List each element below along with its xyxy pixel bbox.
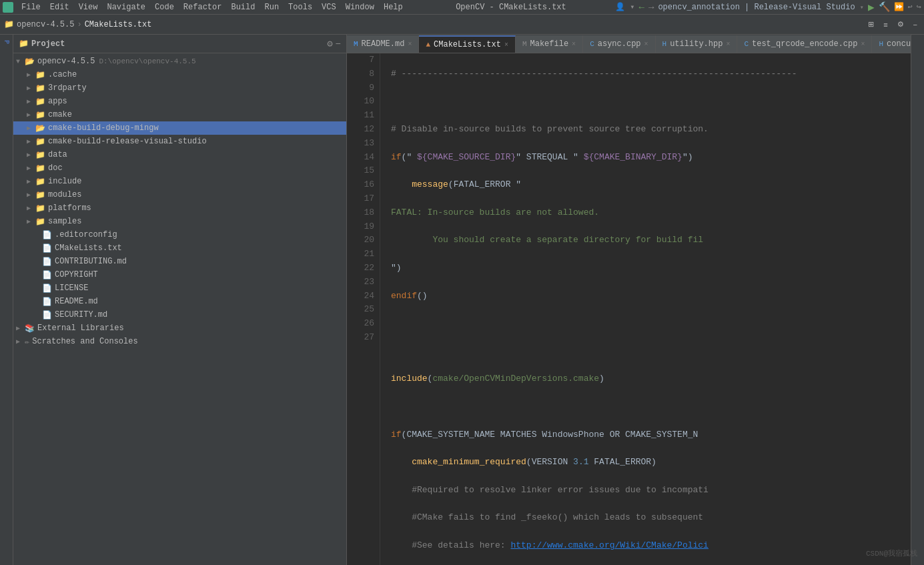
build-button[interactable]: 🔨 (879, 1, 890, 13)
tab-concurrence[interactable]: H concurrence.h × (872, 35, 911, 53)
menu-run[interactable]: Run (260, 1, 283, 13)
tree-item-modules[interactable]: ▶ 📁 modules (13, 188, 346, 201)
tree-item-license[interactable]: ▶ 📄 LICENSE (13, 281, 346, 295)
run-button[interactable]: ▶ (868, 1, 875, 14)
menu-view[interactable]: View (75, 1, 102, 13)
line-num-14: 14 (358, 151, 374, 165)
tree-item-editorconfig[interactable]: ▶ 📄 .editorconfig (13, 228, 346, 241)
tab-concurrence-icon: H (879, 40, 883, 48)
modules-label: modules (48, 190, 81, 199)
scratches-arrow: ▶ (16, 338, 23, 346)
sidebar-collapse-icon[interactable]: − (336, 39, 341, 49)
window-title: OpenCV - CMakeLists.txt (407, 3, 615, 12)
tree-item-copyright[interactable]: ▶ 📄 COPYRIGHT (13, 268, 346, 281)
root-path: D:\opencv\opencv-4.5.5 (99, 57, 195, 65)
line-num-21: 21 (358, 247, 374, 261)
undo-button[interactable]: ↩ (908, 2, 913, 12)
tab-test-qrcode[interactable]: C test_qrcode_encode.cpp × (737, 35, 872, 53)
nav-forward-icon[interactable]: → (648, 2, 654, 13)
menu-tools[interactable]: Tools (284, 1, 316, 13)
tree-item-data[interactable]: ▶ 📁 data (13, 148, 346, 161)
contributing-label: CONTRIBUTING.md (55, 257, 127, 266)
menu-window[interactable]: Window (342, 1, 378, 13)
tree-item-cmakelists[interactable]: ▶ 📄 CMakeLists.txt (13, 241, 346, 255)
tree-item-include[interactable]: ▶ 📁 include (13, 175, 346, 188)
tree-item-security[interactable]: ▶ 📄 SECURITY.md (13, 308, 346, 322)
tree-item-readme[interactable]: ▶ 📄 README.md (13, 295, 346, 308)
file-tree: ▼ 📂 opencv-4.5.5 D:\opencv\opencv-4.5.5 … (13, 53, 346, 565)
redo-button[interactable]: ↪ (917, 2, 921, 12)
menu-navigate[interactable]: Navigate (103, 1, 149, 13)
tree-item-apps[interactable]: ▶ 📁 apps (13, 95, 346, 108)
tab-utility[interactable]: H utility.hpp × (656, 35, 738, 53)
line-num-11: 11 (358, 109, 374, 123)
tab-async-icon: C (590, 40, 594, 48)
tab-makefile-close[interactable]: × (572, 41, 576, 48)
line-num-7: 7 (358, 53, 374, 67)
tree-root[interactable]: ▼ 📂 opencv-4.5.5 D:\opencv\opencv-4.5.5 (13, 55, 346, 68)
left-tab-project[interactable]: P (1, 37, 11, 47)
tab-readme[interactable]: M README.md × (347, 35, 419, 53)
tree-item-build-release[interactable]: ▶ 📁 cmake-build-release-visual-studio (13, 135, 346, 148)
code-content[interactable]: # --------------------------------------… (380, 53, 911, 565)
sidebar-settings-icon[interactable]: ⚙ (327, 38, 332, 49)
tab-readme-label: README.md (362, 39, 405, 49)
tree-item-3rdparty[interactable]: ▶ 📁 3rdparty (13, 81, 346, 95)
menu-refactor[interactable]: Refactor (179, 1, 226, 13)
code-line-16 (391, 317, 911, 331)
editor: M README.md × ▲ CMakeLists.txt × M Makef… (347, 35, 911, 565)
run-config[interactable]: opencv_annotation | Release-Visual Studi… (658, 3, 863, 12)
menu-file[interactable]: File (17, 1, 45, 13)
root-label: opencv-4.5.5 (37, 57, 95, 66)
debug-button[interactable]: ⏩ (894, 2, 904, 12)
tree-item-scratches[interactable]: ▶ ✏️ Scratches and Consoles (13, 335, 346, 348)
cmake-arrow: ▶ (27, 111, 33, 119)
tab-utility-icon: H (662, 40, 667, 48)
expand-all-button[interactable]: ⊞ (865, 19, 877, 30)
doc-arrow: ▶ (27, 164, 33, 172)
tree-item-samples[interactable]: ▶ 📁 samples (13, 215, 346, 228)
apps-label: apps (48, 97, 67, 106)
menu-build[interactable]: Build (227, 1, 259, 13)
tree-item-doc[interactable]: ▶ 📁 doc (13, 161, 346, 175)
code-line-11: message(FATAL_ERROR " (391, 178, 911, 192)
tab-utility-close[interactable]: × (726, 41, 730, 48)
menu-items: File Edit View Navigate Code Refactor Bu… (17, 1, 407, 13)
menu-help[interactable]: Help (380, 1, 407, 13)
line-num-24: 24 (358, 290, 374, 304)
tab-cmakelists-close[interactable]: × (504, 41, 508, 49)
tree-item-external-libs[interactable]: ▶ 📚 External Libraries (13, 322, 346, 335)
editorconfig-icon: 📄 (42, 230, 52, 240)
tab-makefile[interactable]: M Makefile × (516, 35, 583, 53)
tab-cmakelists-label: CMakeLists.txt (434, 40, 501, 49)
settings-button[interactable]: ⚙ (895, 19, 907, 30)
code-line-8 (391, 95, 911, 109)
tree-item-contributing[interactable]: ▶ 📄 CONTRIBUTING.md (13, 255, 346, 268)
menu-edit[interactable]: Edit (46, 1, 73, 13)
tree-item-cmake[interactable]: ▶ 📁 cmake (13, 108, 346, 121)
samples-arrow: ▶ (27, 217, 33, 225)
tab-async-close[interactable]: × (644, 41, 648, 48)
platforms-arrow: ▶ (27, 204, 33, 212)
scratches-label: Scratches and Consoles (32, 337, 137, 346)
nav-back-icon[interactable]: ← (639, 2, 644, 13)
right-panel-tab (911, 35, 924, 565)
close-panel-button[interactable]: − (911, 19, 920, 30)
tree-item-cache[interactable]: ▶ 📁 .cache (13, 68, 346, 81)
tab-cmakelists[interactable]: ▲ CMakeLists.txt × (419, 35, 515, 53)
code-area[interactable]: 7 8 9 10 11 12 13 14 15 16 17 18 19 20 2… (347, 53, 911, 565)
build-debug-arrow: ▶ (27, 124, 33, 132)
tab-async[interactable]: C async.cpp × (583, 35, 655, 53)
tab-test-qrcode-close[interactable]: × (861, 41, 865, 48)
build-release-label: cmake-build-release-visual-studio (48, 137, 207, 146)
menu-vcs[interactable]: VCS (318, 1, 340, 13)
code-line-23: #CMake fails to find _fseeko() which lea… (391, 511, 911, 525)
code-line-18: include(cmake/OpenCVMinDepVersions.cmake… (391, 372, 911, 386)
run-config-dropdown[interactable]: ▾ (860, 4, 864, 11)
menu-code[interactable]: Code (151, 1, 178, 13)
tree-item-build-debug[interactable]: ▶ 📂 cmake-build-debug-mingw (13, 121, 346, 135)
user-icon[interactable]: 👤 ▾ (615, 2, 634, 12)
tab-readme-close[interactable]: × (408, 41, 412, 48)
tree-item-platforms[interactable]: ▶ 📁 platforms (13, 201, 346, 215)
collapse-all-button[interactable]: ≡ (881, 19, 890, 30)
